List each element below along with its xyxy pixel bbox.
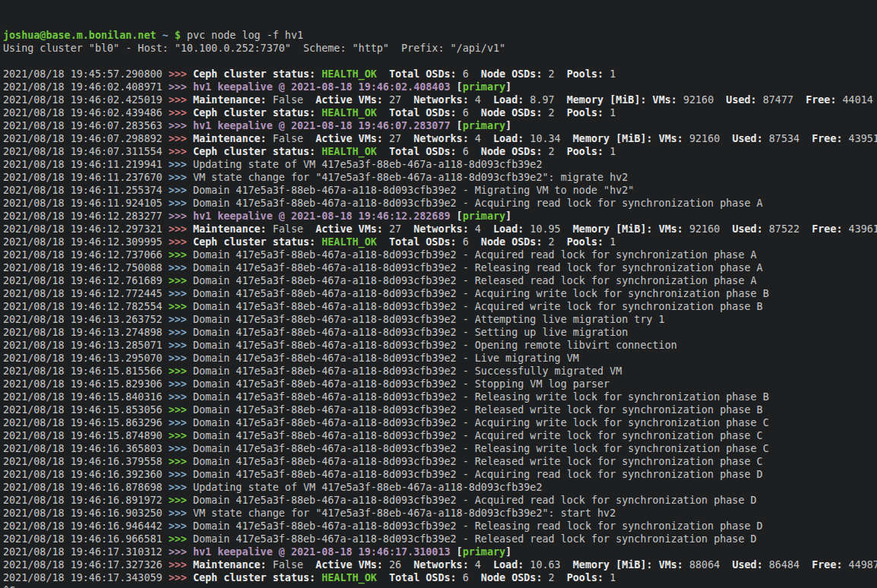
log-text-segment: Updating state of VM 417e5a3f-88eb-467a-… — [193, 159, 543, 170]
log-text-segment: 4 — [475, 94, 481, 106]
log-timestamp: 2021/08/18 19:46:07.311554 — [3, 146, 169, 157]
log-text-segment: False — [273, 133, 303, 144]
log-timestamp: 2021/08/18 19:46:12.782554 — [3, 301, 169, 312]
log-timestamp: 2021/08/18 19:46:11.924105 — [3, 198, 169, 209]
log-timestamp: 2021/08/18 19:46:12.309995 — [3, 236, 169, 248]
log-timestamp: 2021/08/18 19:46:17.310312 — [3, 546, 169, 558]
log-timestamp: 2021/08/18 19:46:16.365803 — [3, 443, 169, 454]
log-text-segment: Networks: — [401, 94, 475, 106]
log-line: 2021/08/18 19:46:15.829306 >>> Domain 41… — [3, 378, 877, 390]
log-text-segment: Domain 417e5a3f-88eb-467a-a118-8d093cfb3… — [193, 520, 763, 532]
log-line: 2021/08/18 19:46:13.295070 >>> Domain 41… — [3, 352, 877, 365]
log-text-segment: Ceph cluster status: — [193, 107, 321, 119]
log-text-segment: Domain 417e5a3f-88eb-467a-a118-8d093cfb3… — [193, 327, 628, 338]
log-level-marker: >>> — [169, 210, 193, 222]
log-timestamp: 2021/08/18 19:46:12.761689 — [3, 275, 169, 286]
log-level-marker: >>> — [169, 546, 193, 558]
log-text-segment: pvc node log -f hv1 — [181, 30, 303, 41]
log-text-segment: Node OSDs: — [469, 146, 549, 157]
log-level-marker: >>> — [169, 533, 193, 545]
log-level-marker: >>> — [169, 146, 193, 157]
log-text-segment: Updating state of VM 417e5a3f-88eb-467a-… — [193, 482, 543, 493]
log-line: 2021/08/18 19:46:17.310312 >>> hv1 keepa… — [3, 545, 877, 558]
log-text-segment: Maintenance: — [193, 94, 273, 106]
log-timestamp: 2021/08/18 19:46:15.874890 — [3, 430, 169, 441]
log-line: 2021/08/18 19:46:11.219941 >>> Updating … — [3, 158, 877, 171]
log-timestamp: 2021/08/18 19:46:12.737066 — [3, 249, 169, 261]
log-text-segment: Maintenance: — [193, 223, 273, 235]
log-text-segment: 1 — [609, 107, 616, 119]
log-text-segment: HEALTH_OK — [321, 107, 377, 119]
log-text-segment: 27 — [389, 133, 401, 144]
log-level-marker: >>> — [169, 559, 193, 571]
log-line: 2021/08/18 19:46:15.853056 >>> Domain 41… — [3, 403, 877, 416]
log-timestamp: 2021/08/18 19:46:12.297321 — [3, 223, 169, 235]
log-text-segment: ^C — [3, 585, 15, 588]
log-line: 2021/08/18 19:46:13.285071 >>> Domain 41… — [3, 339, 877, 352]
log-level-marker: >>> — [169, 469, 193, 480]
log-line: 2021/08/18 19:46:16.891972 >>> Domain 41… — [3, 494, 877, 507]
sigint-line: ^C — [3, 584, 877, 588]
log-timestamp: 2021/08/18 19:46:15.829306 — [3, 378, 169, 390]
terminal-body: joshua@base.m.bonilan.net ~ $ pvc node l… — [3, 29, 877, 588]
log-level-marker: >>> — [169, 172, 193, 183]
log-timestamp: 2021/08/18 19:46:16.878698 — [3, 482, 169, 493]
log-level-marker: >>> — [169, 482, 193, 493]
log-text-segment: Used: — [720, 559, 769, 571]
log-timestamp: 2021/08/18 19:46:13.274898 — [3, 327, 169, 338]
log-text-segment: Used: — [714, 94, 763, 106]
log-text-segment: Domain 417e5a3f-88eb-467a-a118-8d093cfb3… — [193, 198, 763, 209]
log-text-segment: Domain 417e5a3f-88eb-467a-a118-8d093cfb3… — [193, 314, 665, 325]
log-line: 2021/08/18 19:46:13.263752 >>> Domain 41… — [3, 313, 877, 326]
terminal-window[interactable]: joshua@base.m.bonilan.net ~ $ pvc node l… — [0, 0, 877, 588]
log-timestamp: 2021/08/18 19:46:11.219941 — [3, 159, 169, 170]
log-line: 2021/08/18 19:46:07.298892 >>> Maintenan… — [3, 132, 877, 145]
log-timestamp: 2021/08/18 19:46:13.263752 — [3, 314, 169, 325]
log-timestamp: 2021/08/18 19:46:16.946442 — [3, 520, 169, 532]
log-timestamp: 2021/08/18 19:46:02.439486 — [3, 107, 169, 119]
log-text-segment: False — [273, 94, 303, 106]
log-timestamp: 2021/08/18 19:46:16.379558 — [3, 456, 169, 467]
log-text-segment: 6 — [463, 107, 469, 119]
log-line: 2021/08/18 19:46:12.782554 >>> Domain 41… — [3, 300, 877, 313]
log-text-segment: ~ — [163, 30, 169, 41]
log-text-segment: 6 — [463, 68, 469, 80]
log-text-segment: Free: — [799, 223, 849, 235]
log-text-segment: Domain 417e5a3f-88eb-467a-a118-8d093cfb3… — [193, 275, 757, 286]
log-line: 2021/08/18 19:46:15.874890 >>> Domain 41… — [3, 429, 877, 442]
log-text-segment: 10.95 — [530, 223, 560, 235]
log-text-segment: Active VMs: — [303, 223, 389, 235]
log-timestamp: 2021/08/18 19:46:11.237670 — [3, 172, 169, 183]
log-text-segment: Domain 417e5a3f-88eb-467a-a118-8d093cfb3… — [193, 495, 757, 506]
log-text-segment: 44014 — [843, 94, 873, 106]
log-line: 2021/08/18 19:46:12.750088 >>> Domain 41… — [3, 261, 877, 274]
log-text-segment: Domain 417e5a3f-88eb-467a-a118-8d093cfb3… — [193, 443, 769, 454]
log-text-segment — [451, 546, 457, 558]
log-line: 2021/08/18 19:46:17.327326 >>> Maintenan… — [3, 558, 877, 571]
log-text-segment: Free: — [799, 559, 849, 571]
log-text-segment: Networks: — [401, 223, 475, 235]
log-text-segment: 8.97 — [530, 94, 554, 106]
log-line: 2021/08/18 19:46:12.761689 >>> Domain 41… — [3, 274, 877, 287]
log-line: 2021/08/18 19:46:16.946442 >>> Domain 41… — [3, 520, 877, 533]
log-text-segment: [ — [457, 210, 463, 222]
log-level-marker: >>> — [169, 404, 193, 416]
log-text-segment — [157, 30, 163, 41]
log-level-marker: >>> — [169, 223, 193, 235]
log-timestamp: 2021/08/18 19:46:15.815566 — [3, 365, 169, 377]
log-text-segment: Memory [MiB]: — [561, 223, 659, 235]
log-timestamp: 2021/08/18 19:46:17.343059 — [3, 572, 169, 583]
log-text-segment: Domain 417e5a3f-88eb-467a-a118-8d093cfb3… — [193, 262, 763, 273]
log-level-marker: >>> — [169, 430, 193, 441]
log-text-segment: Ceph cluster status: — [193, 68, 321, 80]
log-text-segment: Used: — [720, 133, 769, 144]
log-level-marker: >>> — [169, 391, 193, 403]
log-level-marker: >>> — [169, 456, 193, 467]
log-text-segment: 10.34 — [530, 133, 560, 144]
log-text-segment: Ceph cluster status: — [193, 236, 321, 248]
log-text-segment: 1 — [609, 146, 616, 157]
log-line: 2021/08/18 19:46:12.737066 >>> Domain 41… — [3, 248, 877, 261]
log-text-segment: Load: — [481, 133, 530, 144]
log-text-segment: 44987 — [849, 559, 877, 571]
log-level-marker: >>> — [169, 236, 193, 248]
